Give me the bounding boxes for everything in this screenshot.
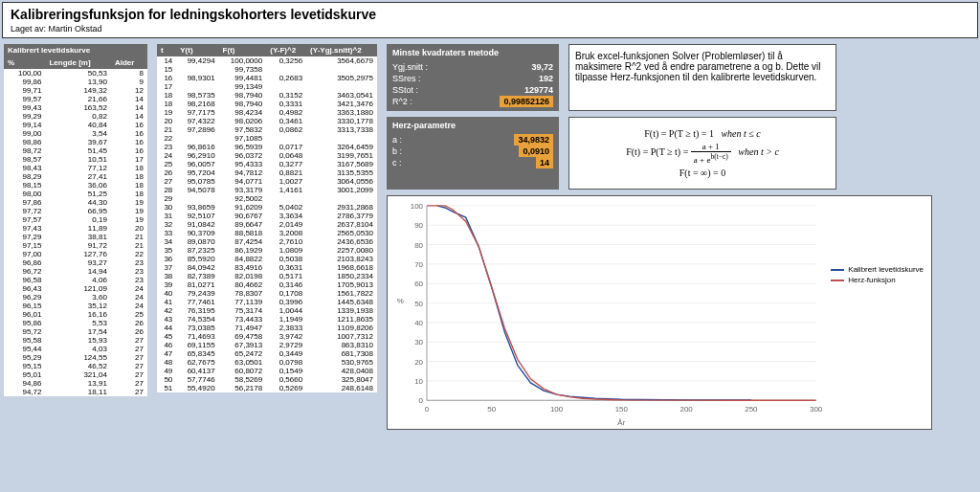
page-title: Kalibreringsfunksjon for ledningskohorte…	[11, 7, 969, 22]
table1-title: Kalibrert levetidskurve	[4, 44, 147, 56]
svg-text:10: 10	[414, 377, 423, 386]
svg-text:0: 0	[419, 396, 424, 405]
svg-text:%: %	[397, 297, 404, 305]
table1-header-row: % Lengde [m] Alder	[4, 56, 147, 69]
chart-svg: 0102030405060708090100050100150200250300…	[388, 196, 931, 429]
table-row: 94,7218,1127	[4, 388, 147, 396]
table-row: 96,8693,2723	[4, 258, 147, 267]
table-row: 96,584,0623	[4, 276, 147, 284]
table-row: 95,1546,5227	[4, 362, 147, 370]
table2-header-row: t Y(t) F(t) (Y-F)^2 (Y-Ygj.snitt)^2	[157, 44, 377, 56]
table-row: 96,43121,0924	[4, 284, 147, 293]
legend-item: Kalibrert levetidskurve	[831, 265, 924, 274]
table-row: 98,1536,0618	[4, 181, 147, 190]
table-row: 4473,038571,49472,38331109,8206	[157, 324, 377, 332]
table-row: 1799,1349	[157, 82, 377, 91]
table-row: 97,1591,7221	[4, 241, 147, 250]
svg-text:200: 200	[679, 405, 693, 414]
table1-body: 100,0050,53899,8613,90999,71149,321299,5…	[4, 69, 147, 396]
svg-text:80: 80	[414, 241, 423, 250]
table-row: 99,1440,8416	[4, 121, 147, 129]
table-row: 96,293,6024	[4, 293, 147, 302]
table-row: 98,7251,4516	[4, 146, 147, 155]
svg-text:100: 100	[550, 405, 564, 414]
table-row: 3390,370988,58183,20082565,0530	[157, 229, 377, 237]
info-box: Bruk excel-funksjonen Solver (Problemløs…	[568, 44, 836, 111]
svg-text:150: 150	[615, 405, 629, 414]
table-row: 97,00127,7622	[4, 250, 147, 258]
table-row: 3093,865991,62095,04022931,2868	[157, 203, 377, 212]
panel-row: SStot :129774	[392, 84, 553, 96]
table-row: 1599,7358	[157, 65, 377, 74]
table-row: 1898,216898,79400,33313421,3476	[157, 100, 377, 108]
table-row: 5155,492056,21780,5269248,6148	[157, 384, 377, 392]
table-row: 99,290,8214	[4, 112, 147, 121]
svg-text:100: 100	[411, 202, 424, 211]
table2-wrap: t Y(t) F(t) (Y-F)^2 (Y-Ygj.snitt)^2 1499…	[157, 44, 377, 392]
table-row: 95,7217,5426	[4, 327, 147, 336]
panel-row: c :14	[392, 157, 553, 168]
table2-body: 1499,4294100,00000,32563564,66791599,735…	[157, 56, 377, 392]
panel-row: a :34,9832	[392, 134, 553, 145]
table-row: 2396,861696,59390,07173264,6459	[157, 143, 377, 151]
page-header: Kalibreringsfunksjon for ledningskohorte…	[2, 2, 978, 38]
svg-text:70: 70	[414, 260, 423, 269]
svg-text:50: 50	[414, 300, 423, 308]
svg-text:0: 0	[425, 405, 430, 414]
panel-row: b :0,0910	[392, 145, 553, 157]
table-row: 1898,573598,79400,31523463,0541	[157, 91, 377, 100]
table-row: 95,01321,0427	[4, 370, 147, 379]
table-row: 4276,319575,31741,00441339,1938	[157, 306, 377, 315]
table-row: 2795,078594,07711,00273064,0556	[157, 177, 377, 186]
table-row: 3784,094283,49160,36311968,6618	[157, 263, 377, 272]
formula-box: F(t) = P(T ≥ t) = 1 when t ≤ c F(t) = P(…	[568, 117, 836, 190]
lsq-panel: Minste kvadraters metode Ygj.snitt :39,7…	[387, 44, 559, 111]
table-row: 4765,834565,24720,3449681,7308	[157, 349, 377, 358]
table-row: 3489,087087,42542,76102436,6536	[157, 237, 377, 246]
table-row: 94,8613,9127	[4, 379, 147, 388]
panel-row: SSres :192	[392, 73, 553, 84]
table-row: 98,2927,4118	[4, 172, 147, 181]
svg-text:40: 40	[414, 319, 423, 327]
table-row: 95,865,5326	[4, 319, 147, 327]
table-row: 95,444,0327	[4, 345, 147, 353]
chart-legend: Kalibrert levetidskurveHerz-funksjon	[831, 263, 924, 286]
herz-panel: Herz-parametre a :34,9832b :0,0910c :14	[387, 117, 559, 190]
table-row: 99,003,5416	[4, 129, 147, 138]
svg-text:År: År	[617, 418, 625, 427]
legend-item: Herz-funksjon	[831, 276, 924, 284]
table-row: 2596,005795,43330,32773167,5689	[157, 160, 377, 168]
table-row: 3685,592084,88220,50382103,8243	[157, 255, 377, 263]
panel-row: R^2 :0,99852126	[392, 96, 553, 107]
herz-title: Herz-parametre	[392, 121, 553, 130]
table-row: 5057,774658,52690,5660325,8047	[157, 375, 377, 384]
table-row: 1499,4294100,00000,32563564,6679	[157, 56, 377, 65]
table-row: 97,570,1919	[4, 215, 147, 224]
table-row: 1997,717598,42340,49823363,1880	[157, 108, 377, 117]
table-row: 99,43163,5214	[4, 103, 147, 112]
svg-text:60: 60	[414, 280, 423, 288]
table-row: 97,4311,8920	[4, 224, 147, 233]
table-row: 4079,243978,83070,17081561,7822	[157, 289, 377, 298]
table-row: 3981,027180,46620,31461705,9013	[157, 280, 377, 289]
table-row: 96,0116,1625	[4, 310, 147, 319]
table-row: 4862,767563,05010,0798530,9765	[157, 358, 377, 367]
svg-text:50: 50	[487, 405, 496, 414]
table-row: 99,5721,6614	[4, 95, 147, 103]
panel-row: Ygj.snitt :39,72	[392, 61, 553, 73]
table-row: 4571,469369,47583,97421007,7312	[157, 332, 377, 341]
table-row: 96,1535,1224	[4, 302, 147, 310]
table-row: 99,8613,909	[4, 78, 147, 86]
table-row: 3587,232586,19291,08092257,0080	[157, 246, 377, 255]
table-row: 4669,115567,39132,9729863,8310	[157, 341, 377, 349]
table-row: 97,8644,3019	[4, 198, 147, 207]
svg-text:20: 20	[414, 358, 423, 367]
table-row: 98,4377,1218	[4, 164, 147, 172]
svg-text:250: 250	[745, 405, 758, 414]
table-row: 99,71149,3212	[4, 86, 147, 95]
formula-line-3: F(t = ∞) = 0	[577, 168, 828, 178]
table-row: 95,29124,5527	[4, 353, 147, 362]
table-row: 4177,746177,11390,39961445,6348	[157, 298, 377, 306]
svg-text:300: 300	[810, 405, 823, 414]
right-column: Minste kvadraters metode Ygj.snitt :39,7…	[387, 44, 942, 430]
